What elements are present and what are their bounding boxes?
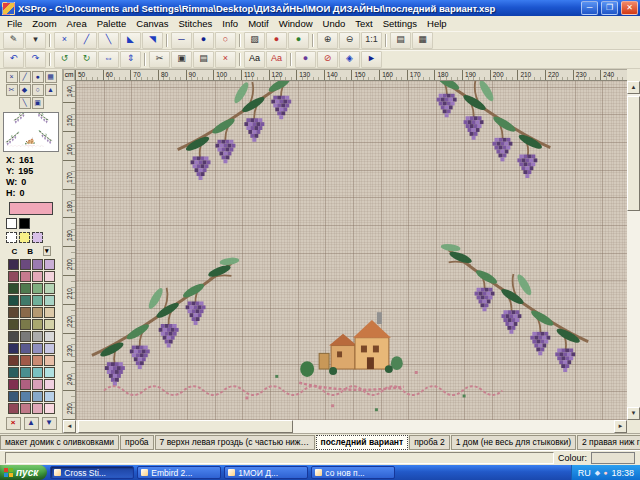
palette-swatch-3[interactable]	[44, 259, 55, 270]
palette-scroll-up-icon[interactable]: ▲	[24, 417, 39, 430]
palette-swatch-48[interactable]	[8, 403, 19, 414]
palette-swatch-11[interactable]	[44, 283, 55, 294]
print-icon[interactable]: ▤	[390, 32, 411, 49]
taskbar-task-2[interactable]: 1МОИ Д...	[224, 466, 308, 479]
arrow-tool-icon[interactable]: ►	[361, 51, 382, 68]
rotate-right-icon[interactable]: ↻	[76, 51, 97, 68]
palette-swatch-37[interactable]	[20, 367, 31, 378]
palette-swatch-33[interactable]	[20, 355, 31, 366]
palette-swatch-43[interactable]	[44, 379, 55, 390]
palette-swatch-4[interactable]	[8, 271, 19, 282]
tool-dropdown-icon[interactable]: ▾	[25, 32, 46, 49]
palette-swatch-18[interactable]	[32, 307, 43, 318]
redo-icon[interactable]: ↷	[25, 51, 46, 68]
palette-swatch-46[interactable]	[32, 391, 43, 402]
menu-motif[interactable]: Motif	[243, 16, 274, 31]
palette-swatch-8[interactable]	[8, 283, 19, 294]
palette-swatch-30[interactable]	[32, 343, 43, 354]
palette-swatch-10[interactable]	[32, 283, 43, 294]
palette-swatch-27[interactable]	[44, 331, 55, 342]
full-stitch-icon[interactable]: ×	[54, 32, 75, 49]
remove-color-button[interactable]: ×	[6, 417, 21, 430]
cut-icon[interactable]: ✂	[149, 51, 170, 68]
palette-swatch-25[interactable]	[20, 331, 31, 342]
palette-swatch-9[interactable]	[20, 283, 31, 294]
menu-area[interactable]: Area	[62, 16, 92, 31]
palette-swatch-1[interactable]	[20, 259, 31, 270]
diamond-stitch-tool-icon[interactable]: ◆	[19, 84, 31, 96]
palette-swatch-31[interactable]	[44, 343, 55, 354]
horizontal-scrollbar[interactable]: ◄ ►	[63, 420, 627, 433]
pointer-tool-icon[interactable]: ▲	[45, 84, 57, 96]
vertical-scrollbar[interactable]: ▲ ▼	[627, 81, 640, 420]
half-stitch-forward-icon[interactable]: ╱	[76, 32, 97, 49]
palette-swatch-13[interactable]	[20, 295, 31, 306]
menu-file[interactable]: File	[2, 16, 27, 31]
knot-tool-icon[interactable]: ●	[295, 51, 316, 68]
half-stitch-back-icon[interactable]: ╲	[98, 32, 119, 49]
tray-antivirus-icon[interactable]: ●	[603, 468, 607, 477]
grid-toggle-icon[interactable]: ▦	[412, 32, 433, 49]
scroll-down-icon[interactable]: ▼	[627, 407, 640, 420]
palette-scroll-down-icon[interactable]: ▼	[42, 417, 57, 430]
scroll-up-icon[interactable]: ▲	[627, 81, 640, 94]
palette-swatch-35[interactable]	[44, 355, 55, 366]
palette-swatch-21[interactable]	[20, 319, 31, 330]
motif-tool-icon[interactable]: ◈	[339, 51, 360, 68]
palette-swatch-29[interactable]	[20, 343, 31, 354]
three-quarter-stitch-icon[interactable]: ◥	[142, 32, 163, 49]
palette-swatch-42[interactable]	[32, 379, 43, 390]
palette-swatch-14[interactable]	[32, 295, 43, 306]
palette-swatch-22[interactable]	[32, 319, 43, 330]
knot-stitch-tool-icon[interactable]: ●	[32, 71, 44, 83]
palette-swatch-24[interactable]	[8, 331, 19, 342]
delete-icon[interactable]: ×	[215, 51, 236, 68]
menu-undo[interactable]: Undo	[318, 16, 351, 31]
start-button[interactable]: пуск	[0, 465, 47, 480]
language-indicator[interactable]: RU	[578, 468, 591, 478]
blend-swatch-2[interactable]	[32, 232, 43, 243]
paste-icon[interactable]: ▤	[193, 51, 214, 68]
fill-tool-icon[interactable]: ▨	[244, 32, 265, 49]
copy-icon[interactable]: ▣	[171, 51, 192, 68]
mirror-vertical-icon[interactable]: ⇕	[120, 51, 141, 68]
palette-swatch-5[interactable]	[20, 271, 31, 282]
blend-swatch-0[interactable]	[6, 232, 17, 243]
palette-swatch-12[interactable]	[8, 295, 19, 306]
green-thread-icon[interactable]: ●	[288, 32, 309, 49]
taskbar-task-3[interactable]: со нов п...	[311, 466, 395, 479]
palette-swatch-20[interactable]	[8, 319, 19, 330]
bead-tool-icon[interactable]: ○	[32, 84, 44, 96]
palette-swatch-51[interactable]	[44, 403, 55, 414]
scroll-left-icon[interactable]: ◄	[63, 420, 76, 433]
basic-swatch-1[interactable]	[19, 218, 30, 229]
horizontal-scroll-track[interactable]	[76, 420, 614, 433]
scroll-right-icon[interactable]: ►	[614, 420, 627, 433]
tab-5[interactable]: 1 дом (не весь для стыковки)	[451, 435, 576, 450]
backstitch-icon[interactable]: ─	[171, 32, 192, 49]
palette-swatch-40[interactable]	[8, 379, 19, 390]
cross-stitch-tool-icon[interactable]: ×	[6, 71, 18, 83]
palette-swatch-7[interactable]	[44, 271, 55, 282]
horizontal-scroll-thumb[interactable]	[78, 420, 293, 433]
rotate-left-icon[interactable]: ↺	[54, 51, 75, 68]
grid-select-tool-icon[interactable]: ▦	[45, 71, 57, 83]
palette-swatch-47[interactable]	[44, 391, 55, 402]
palette-swatch-15[interactable]	[44, 295, 55, 306]
palette-swatch-32[interactable]	[8, 355, 19, 366]
palette-swatch-50[interactable]	[32, 403, 43, 414]
palette-swatch-28[interactable]	[8, 343, 19, 354]
palette-swatch-0[interactable]	[8, 259, 19, 270]
menu-canvas[interactable]: Canvas	[131, 16, 173, 31]
blend-swatch-1[interactable]	[19, 232, 30, 243]
pencil-tool-icon[interactable]: ✎	[3, 32, 24, 49]
minimize-button[interactable]: ─	[581, 1, 598, 15]
taskbar-task-1[interactable]: Embird 2...	[137, 466, 221, 479]
half-stitch-tool-icon[interactable]: ╱	[19, 71, 31, 83]
menu-window[interactable]: Window	[274, 16, 318, 31]
current-color-swatch[interactable]	[9, 202, 53, 215]
palette-swatch-49[interactable]	[20, 403, 31, 414]
no-stitch-icon[interactable]: ⊘	[317, 51, 338, 68]
tab-3[interactable]: последний вариант	[316, 435, 409, 450]
taskbar-task-0[interactable]: Cross Sti...	[50, 466, 134, 479]
